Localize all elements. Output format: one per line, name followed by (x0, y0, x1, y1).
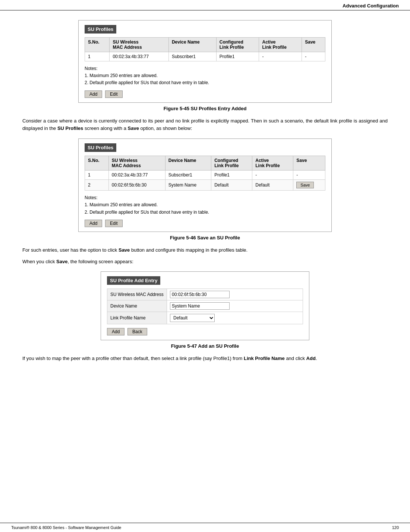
su-profiles-title-2: SU Profiles (85, 143, 116, 152)
col-header-sno-2: S.No. (85, 156, 109, 171)
su-profiles-box-1: SU Profiles S.No. SU WirelessMAC Address… (78, 20, 332, 103)
note-2-2: 2. Default profile applied for SUs that … (85, 209, 325, 216)
cell-mac-row2: 00:02:6f:5b:6b:30 (108, 180, 165, 191)
figure-47-caption: Figure 5-47 Add an SU Profile (22, 343, 388, 349)
save-bold-3: Save (56, 259, 67, 264)
su-profiles-title-1: SU Profiles (85, 25, 116, 34)
notes-section-2: Notes: 1. Maximum 250 entries are allowe… (85, 194, 325, 216)
device-name-input[interactable] (170, 302, 230, 310)
cell-mac: 00:02:3a:4b:33:77 (110, 52, 169, 61)
su-profiles-box-2: SU Profiles S.No. SU WirelessMAC Address… (78, 138, 332, 232)
paragraph-3: When you click Save, the following scree… (22, 258, 388, 266)
cell-save-row2: Save (293, 180, 325, 191)
figure-46-caption: Figure 5-46 Save an SU Profile (22, 235, 388, 240)
notes-label-2: Notes: (85, 194, 325, 201)
note-2-1: 1. Maximum 250 entries are allowed. (85, 201, 325, 208)
cell-configured-row2: Default (211, 180, 252, 191)
form-label-device: Device Name (107, 300, 167, 312)
col-header-active-2: ActiveLink Profile (252, 156, 293, 171)
notes-label-1: Notes: (85, 65, 325, 72)
paragraph-1: Consider a case where a device is curren… (22, 117, 388, 133)
save-bold-1: Save (128, 125, 139, 131)
table-row: 2 00:02:6f:5b:6b:30 System Name Default … (85, 180, 325, 191)
page-header: Advanced Configuration (0, 0, 410, 10)
buttons-row-1: Add Edit (85, 90, 325, 98)
footer-right: 120 (392, 525, 399, 530)
su-profile-form-table: SU Wireless MAC Address Device Name Link… (107, 289, 303, 324)
col-header-device-1: Device Name (168, 38, 216, 52)
cell-configured: Profile1 (216, 52, 259, 61)
col-header-active-1: ActiveLink Profile (259, 38, 302, 52)
table-row: 1 00:02:3a:4b:33:77 Subscriber1 Profile1… (85, 171, 325, 180)
form-value-device (167, 300, 303, 312)
table-row: 1 00:02:3a:4b:33:77 Subscriber1 Profile1… (85, 52, 325, 61)
note-1-2: 2. Default profile applied for SUs that … (85, 79, 325, 86)
su-profile-add-title: SU Profile Add Entry (107, 276, 160, 285)
col-header-mac-2: SU WirelessMAC Address (108, 156, 165, 171)
save-button-row2[interactable]: Save (296, 182, 314, 188)
figure-45-container: SU Profiles S.No. SU WirelessMAC Address… (22, 20, 388, 103)
cell-device-row1: Subscriber1 (165, 171, 211, 180)
form-label-profile: Link Profile Name (107, 312, 167, 324)
add-bold: Add (306, 356, 316, 361)
add-button-1[interactable]: Add (85, 90, 102, 98)
cell-active-row2: Default (252, 180, 293, 191)
col-header-save-2: Save (293, 156, 325, 171)
su-profiles-bold: SU Profiles (57, 125, 83, 131)
buttons-row-2: Add Edit (85, 220, 325, 227)
header-title: Advanced Configuration (343, 3, 399, 9)
cell-active: - (259, 52, 302, 61)
cell-save: - (302, 52, 325, 61)
cell-sno-row1: 1 (85, 171, 109, 180)
cell-active-row1: - (252, 171, 293, 180)
form-label-mac: SU Wireless MAC Address (107, 289, 167, 300)
add-button-3[interactable]: Add (107, 328, 124, 335)
buttons-row-3: Add Back (107, 328, 303, 335)
edit-button-1[interactable]: Edit (105, 90, 123, 98)
save-bold-2: Save (119, 247, 130, 253)
form-value-profile: Default Profile1 (167, 312, 303, 324)
cell-configured-row1: Profile1 (211, 171, 252, 180)
col-header-save-1: Save (302, 38, 325, 52)
col-header-configured-1: ConfiguredLink Profile (216, 38, 259, 52)
form-row-mac: SU Wireless MAC Address (107, 289, 303, 300)
cell-sno-row2: 2 (85, 180, 109, 191)
col-header-configured-2: ConfiguredLink Profile (211, 156, 252, 171)
col-header-device-2: Device Name (165, 156, 211, 171)
su-profiles-table-2: S.No. SU WirelessMAC Address Device Name… (85, 156, 325, 191)
link-profile-bold: Link Profile Name (244, 356, 285, 361)
paragraph-2: For such entries, user has the option to… (22, 246, 388, 254)
cell-save-row1: - (293, 171, 325, 180)
notes-section-1: Notes: 1. Maximum 250 entries are allowe… (85, 65, 325, 87)
figure-45-caption: Figure 5-45 SU Profiles Entry Added (22, 106, 388, 111)
figure-46-container: SU Profiles S.No. SU WirelessMAC Address… (22, 138, 388, 232)
page-footer: Tsunami® 800 & 8000 Series - Software Ma… (0, 523, 410, 532)
cell-device-row2: System Name (165, 180, 211, 191)
su-profile-add-box: SU Profile Add Entry SU Wireless MAC Add… (101, 271, 309, 340)
cell-device: Subscriber1 (168, 52, 216, 61)
figure-47-container: SU Profile Add Entry SU Wireless MAC Add… (22, 271, 388, 340)
note-1-1: 1. Maximum 250 entries are allowed. (85, 72, 325, 79)
main-content: SU Profiles S.No. SU WirelessMAC Address… (0, 10, 410, 389)
col-header-mac-1: SU WirelessMAC Address (110, 38, 169, 52)
form-row-device: Device Name (107, 300, 303, 312)
paragraph-4: If you wish to map the peer with a profi… (22, 355, 388, 363)
add-button-2[interactable]: Add (85, 220, 102, 227)
edit-button-2[interactable]: Edit (105, 220, 123, 227)
form-row-profile: Link Profile Name Default Profile1 (107, 312, 303, 324)
back-button[interactable]: Back (127, 328, 147, 335)
col-header-sno-1: S.No. (85, 38, 110, 52)
su-profiles-table-1: S.No. SU WirelessMAC Address Device Name… (85, 37, 325, 61)
footer-left: Tsunami® 800 & 8000 Series - Software Ma… (11, 525, 122, 530)
cell-sno: 1 (85, 52, 110, 61)
cell-mac-row1: 00:02:3a:4b:33:77 (108, 171, 165, 180)
mac-address-input[interactable] (170, 291, 230, 298)
link-profile-select[interactable]: Default Profile1 (170, 314, 215, 322)
form-value-mac (167, 289, 303, 300)
